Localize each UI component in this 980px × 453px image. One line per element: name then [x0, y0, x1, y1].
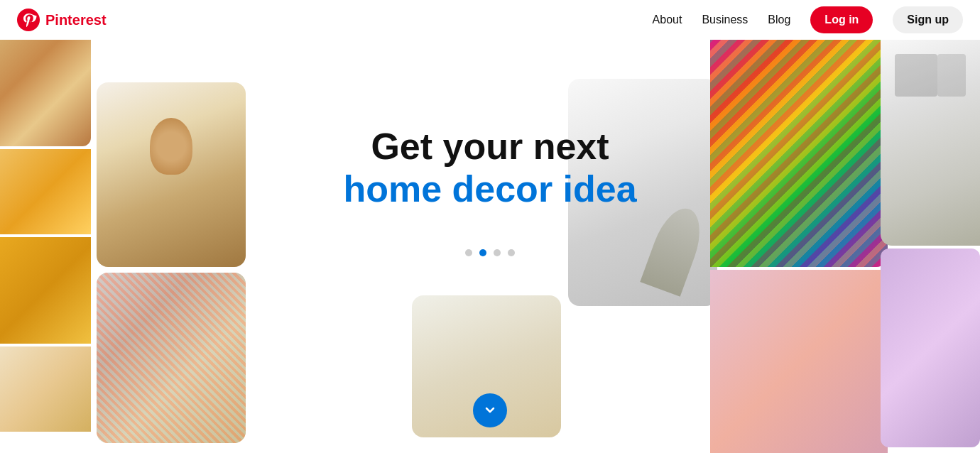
left-edge-images [0, 40, 92, 453]
colorful-textile-image [710, 40, 888, 267]
scroll-down-button[interactable] [473, 393, 507, 427]
logo-link[interactable]: Pinterest [17, 9, 107, 31]
signup-button[interactable]: Sign up [893, 6, 963, 33]
right-col2-images [710, 40, 888, 453]
purple-textile-image [881, 249, 980, 447]
dot-3[interactable] [494, 249, 501, 256]
ganesha-image [97, 82, 246, 267]
pink-textile-image [710, 270, 888, 453]
pillows-image [97, 273, 246, 443]
nav-about[interactable]: About [653, 13, 682, 26]
pinterest-logo-icon [17, 9, 40, 31]
login-button[interactable]: Log in [810, 6, 873, 33]
carousel-dots [465, 249, 515, 256]
nav-blog[interactable]: Blog [768, 13, 790, 26]
brand-name: Pinterest [45, 12, 107, 28]
hero-section: Get your next home decor idea [0, 40, 980, 453]
left-image-1 [0, 40, 91, 146]
dot-2[interactable] [479, 249, 486, 256]
hero-title-line1: Get your next [343, 125, 636, 168]
dot-1[interactable] [465, 249, 472, 256]
far-right-images [881, 40, 980, 447]
chevron-down-icon [483, 403, 497, 417]
hero-text-block: Get your next home decor idea [343, 125, 636, 210]
left-image-2 [0, 149, 91, 234]
hero-title-line2: home decor idea [343, 168, 636, 210]
dot-4[interactable] [508, 249, 515, 256]
nav-business[interactable]: Business [702, 13, 748, 26]
wall-art-image [881, 40, 980, 246]
left-image-4 [0, 346, 91, 432]
navbar: Pinterest About Business Blog Log in Sig… [0, 0, 980, 40]
left-col2-images [97, 82, 246, 443]
left-image-3 [0, 237, 91, 344]
nav-links: About Business Blog Log in Sign up [653, 6, 963, 33]
